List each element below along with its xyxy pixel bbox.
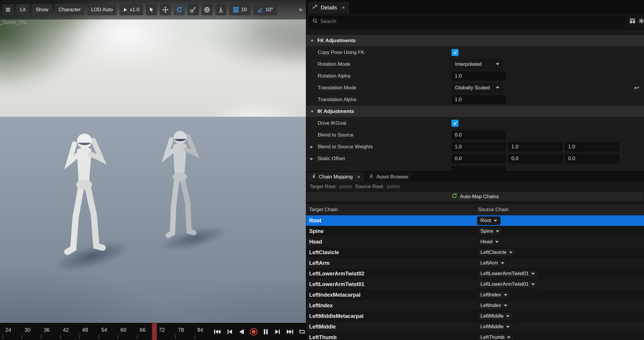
blend-weight-z-input[interactable] [565,142,619,151]
rotation-alpha-input[interactable] [451,72,506,81]
source-chain-dropdown[interactable]: Root [477,216,500,225]
chain-row-leftarm[interactable]: LeftArm LeftArm [306,258,644,268]
settings-gear-icon[interactable] [638,18,644,25]
viewport-background [0,0,306,133]
property-row-rotation-mode: Rotation Mode Interpolated [306,58,644,70]
timeline-ruler[interactable]: 24 30 36 42 48 54 60 66 72 78 84 [5,323,216,340]
property-row-translation-mode: Translation Mode Globally Scaled ↩ [306,82,644,94]
close-icon[interactable]: × [340,4,345,11]
static-offset-x-input[interactable] [451,154,506,163]
ik-adjustments-header[interactable]: ▼ IK Adjustments [306,106,644,117]
pause-button[interactable] [262,328,270,336]
source-chain-dropdown[interactable]: LeftMiddle [477,323,513,331]
search-input[interactable] [320,19,623,24]
rotate-tool-button[interactable] [174,4,185,15]
step-backward-button[interactable] [225,328,234,336]
record-button[interactable] [250,328,258,336]
reset-to-default-icon[interactable]: ↩ [634,84,639,91]
chain-row-leftindexmetacarpal[interactable]: LeftIndexMetacarpal LeftIndex [306,290,644,300]
tab-details-label: Details [321,5,337,11]
ik-retargeter-window: Lit Show Character LOD Auto x1.0 [0,0,644,340]
root-info-row: Target Root: pelvis Source Root: pelvis [306,182,644,191]
tab-chain-mapping[interactable]: Chain Mapping × [307,172,364,182]
globe-icon [204,6,210,13]
source-chain-dropdown[interactable]: LeftIndex [477,301,511,310]
column-header-target-chain[interactable]: Target Chain [306,204,475,215]
chain-row-spine[interactable]: Spine Spine [306,226,644,236]
chain-row-leftindex[interactable]: LeftIndex LeftIndex [306,300,644,311]
chain-row-leftmiddlemetacarpal[interactable]: LeftMiddleMetacarpal LeftMiddle [306,311,644,321]
chain-row-leftthumb[interactable]: LeftThumb LeftThumb [306,332,644,340]
chain-row-leftlowerarmtwist01[interactable]: LeftLowerArmTwist01 LeftLowerArmTwist01 [306,279,644,290]
viewport-menu-button[interactable] [2,4,14,15]
property-row-copy-pose: Copy Pose Using FK [306,47,644,58]
property-row-blend-weights: ▶ Blend to Source Weights [306,141,644,153]
source-chain-dropdown[interactable]: LeftClavicle [477,248,516,257]
source-chain-dropdown[interactable]: Spine [477,227,503,236]
tab-details[interactable]: Details × [308,2,349,14]
source-chain-dropdown[interactable]: LeftMiddle [477,312,513,321]
column-header-source-chain[interactable]: Source Chain [475,204,644,215]
3d-viewport[interactable]: Lit Show Character LOD Auto x1.0 [0,0,306,340]
auto-map-chains-button[interactable]: Auto-Map Chains [306,191,644,202]
angle-snap-button[interactable]: 10° [253,4,277,15]
copy-pose-using-fk-checkbox[interactable] [451,49,459,56]
translation-mode-dropdown[interactable]: Globally Scaled [451,83,503,92]
chain-row-leftclavicle[interactable]: LeftClavicle LeftClavicle [306,247,644,258]
property-row-static-offset: ▶ Static Offset [306,153,644,165]
go-to-start-button[interactable] [213,328,221,336]
character-menu-button[interactable]: Character [55,4,85,15]
lit-mode-button[interactable]: Lit [16,4,29,15]
select-tool-button[interactable] [146,4,157,15]
drive-ikgoal-checkbox[interactable] [451,120,459,127]
transport-controls [213,323,306,340]
search-box[interactable] [309,16,626,27]
show-menu-button[interactable]: Show [32,4,52,15]
expander-arrow-icon[interactable]: ▶ [310,157,313,161]
static-offset-z-input[interactable] [565,154,619,163]
expander-arrow-icon[interactable]: ▶ [310,145,313,149]
fk-adjustments-header[interactable]: ▼ FK Adjustments [306,35,644,47]
grid-snap-button[interactable]: 10 [229,4,251,15]
blend-weight-x-input[interactable] [451,142,506,151]
go-to-end-button[interactable] [286,328,294,336]
blend-to-source-input[interactable] [451,131,506,139]
lod-auto-button[interactable]: LOD Auto [87,4,117,15]
play-reverse-button[interactable] [237,328,246,336]
timeline-bar[interactable]: 24 30 36 42 48 54 60 66 72 78 84 [0,323,306,340]
target-root-label: Target Root: [309,184,337,190]
source-chain-dropdown[interactable]: LeftLowerArmTwist01 [477,270,538,278]
timeline-playhead[interactable] [152,323,157,340]
blend-weight-y-input[interactable] [508,142,563,151]
translate-tool-button[interactable] [160,4,171,15]
playback-speed-button[interactable]: x1.0 [119,4,143,15]
tab-asset-browser-label: Asset Browser [376,174,409,180]
loop-button[interactable] [298,328,306,336]
property-label: Drive IKGoal [306,117,448,129]
clipped-property-row [306,165,644,171]
source-chain-dropdown[interactable]: LeftThumb [477,333,514,340]
column-view-icon[interactable] [629,18,636,25]
static-offset-y-input[interactable] [508,154,563,163]
scale-tool-button[interactable] [188,4,199,15]
source-chain-dropdown[interactable]: LeftLowerArmTwist01 [477,280,538,289]
translation-alpha-input[interactable] [451,95,506,104]
chain-row-head[interactable]: Head Head [306,236,644,247]
toolbar-overflow-chevrons[interactable]: » [299,6,304,14]
source-chain-dropdown[interactable]: Head [477,238,502,246]
tab-asset-browser[interactable]: Asset Browser [365,172,413,182]
source-character-mesh [156,127,203,249]
surface-snapping-button[interactable] [215,4,226,15]
chevron-down-icon [504,294,507,296]
step-forward-button[interactable] [274,328,282,336]
chain-row-leftmiddle[interactable]: LeftMiddle LeftMiddle [306,321,644,332]
world-space-toggle[interactable] [201,4,213,15]
angle-snap-icon [257,7,263,13]
chain-row-leftlowerarmtwist02[interactable]: LeftLowerArmTwist02 LeftLowerArmTwist01 [306,268,644,279]
close-icon[interactable]: × [355,174,360,180]
source-chain-dropdown[interactable]: LeftArm [477,259,508,267]
chain-row-root[interactable]: Root Root [306,215,644,226]
details-property-grid: ▼ FK Adjustments Copy Pose Using FK Rota… [306,29,644,171]
source-chain-dropdown[interactable]: LeftIndex [477,291,511,299]
rotation-mode-dropdown[interactable]: Interpolated [451,60,503,69]
